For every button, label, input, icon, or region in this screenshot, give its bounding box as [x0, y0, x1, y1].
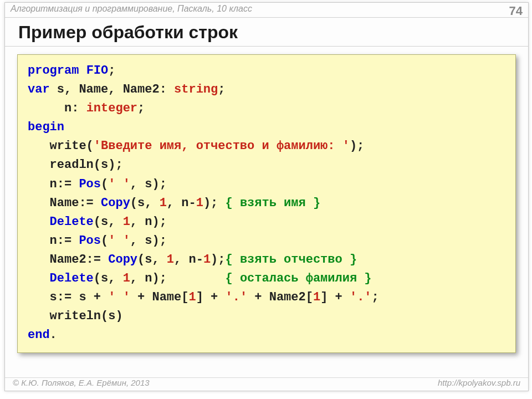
copyright: © К.Ю. Поляков, Е.А. Ерёмин, 2013: [13, 378, 150, 387]
footer-bar: © К.Ю. Поляков, Е.А. Ерёмин, 2013 http:/…: [5, 377, 528, 387]
breadcrumb: Алгоритмизация и программирование, Паска…: [11, 4, 252, 17]
slide: Алгоритмизация и программирование, Паска…: [4, 2, 529, 391]
code-block: program FIO; var s, Name, Name2: string;…: [17, 54, 516, 353]
footer-link: http://kpolyakov.spb.ru: [438, 378, 520, 387]
header-bar: Алгоритмизация и программирование, Паска…: [5, 3, 528, 18]
slide-title: Пример обработки строк: [5, 18, 528, 47]
page-number: 74: [509, 4, 523, 17]
